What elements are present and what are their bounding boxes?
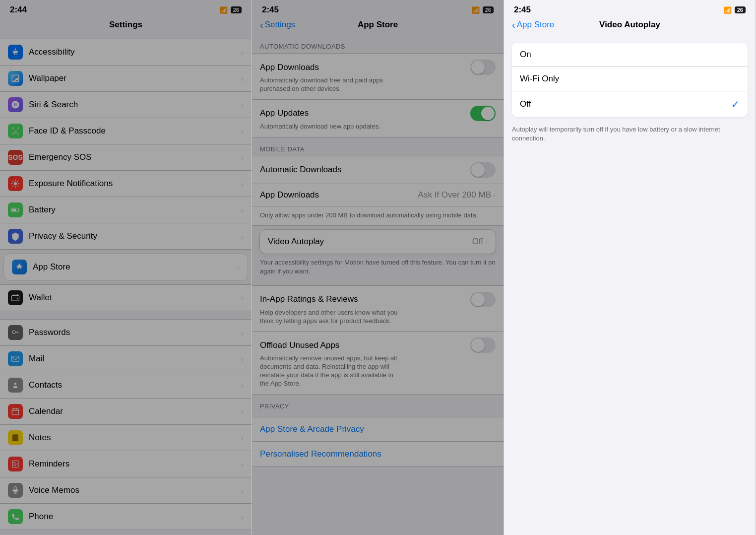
svg-point-7	[14, 182, 17, 185]
sidebar-item-wallpaper[interactable]: Wallpaper	[0, 66, 252, 92]
app-updates-sublabel: Automatically download new app updates.	[260, 123, 399, 131]
sidebar-item-battery[interactable]: Battery	[0, 197, 252, 223]
calendar-chevron	[241, 407, 244, 416]
sos-chevron	[241, 153, 244, 162]
svg-point-12	[12, 331, 15, 334]
contacts-label: Contacts	[29, 380, 241, 390]
svg-rect-9	[12, 209, 16, 211]
wallpaper-icon	[8, 71, 23, 86]
reminders-chevron	[241, 460, 244, 468]
wallpaper-label: Wallpaper	[29, 73, 241, 83]
sidebar-item-notes[interactable]: Notes	[0, 425, 252, 451]
autoplay-options-list: On Wi-Fi Only Off ✓	[512, 43, 748, 117]
exposure-icon	[8, 176, 23, 191]
back-label-3: App Store	[517, 20, 555, 30]
app-updates-row[interactable]: App Updates Automatically download new a…	[252, 100, 504, 137]
in-app-ratings-toggle[interactable]	[470, 292, 496, 307]
settings-scroll[interactable]: Accessibility Wallpaper Siri & Search	[0, 35, 252, 535]
autoplay-option-wifi[interactable]: Wi-Fi Only	[512, 67, 748, 91]
accessibility-icon	[8, 45, 23, 60]
battery-badge-1: 26	[231, 6, 242, 13]
sidebar-item-exposure[interactable]: Exposure Notifications	[0, 171, 252, 197]
settings-group-apps2: Passwords Mail Contacts	[0, 319, 252, 530]
sidebar-item-phone[interactable]: Phone	[0, 504, 252, 530]
appstore-scroll[interactable]: AUTOMATIC DOWNLOADS App Downloads Automa…	[252, 35, 504, 535]
mail-label: Mail	[29, 354, 241, 364]
video-autoplay-row[interactable]: Video Autoplay Off	[260, 230, 496, 254]
accessibility-chevron	[241, 48, 244, 57]
autoplay-option-off[interactable]: Off ✓	[512, 91, 748, 117]
sidebar-item-mail[interactable]: Mail	[0, 346, 252, 372]
page-title-1: Settings	[109, 20, 142, 30]
contacts-chevron	[241, 381, 244, 390]
siri-icon	[8, 97, 23, 112]
sidebar-item-voicememos[interactable]: Voice Memos	[0, 477, 252, 504]
app-downloads-mobile-row[interactable]: App Downloads Ask If Over 200 MB	[252, 184, 504, 206]
svg-rect-6	[17, 134, 19, 134]
sidebar-item-wallet[interactable]: Wallet	[0, 284, 252, 311]
wallet-icon	[8, 290, 23, 305]
sidebar-item-contacts[interactable]: Contacts	[0, 372, 252, 399]
in-app-ratings-label: In-App Ratings & Reviews	[260, 294, 358, 304]
auto-downloads-mobile-top: Automatic Downloads	[260, 162, 496, 178]
status-time-1: 2:44	[10, 5, 27, 15]
app-downloads-top: App Downloads	[260, 60, 496, 75]
auto-downloads-mobile-row[interactable]: Automatic Downloads	[252, 156, 504, 184]
video-autoplay-scroll[interactable]: On Wi-Fi Only Off ✓ Autoplay will tempor…	[504, 35, 756, 535]
back-button-3[interactable]: ‹ App Store	[512, 20, 554, 30]
sidebar-item-siri[interactable]: Siri & Search	[0, 92, 252, 118]
panel-settings: 2:44 📶 26 Settings Accessibility Wallpap…	[0, 0, 252, 535]
panel-video-autoplay: 2:45 📶 26 ‹ App Store Video Autoplay On …	[504, 0, 756, 535]
appstore-label: App Store	[33, 262, 237, 272]
app-downloads-row[interactable]: App Downloads Automatically download fre…	[252, 53, 504, 100]
in-app-ratings-knob	[471, 293, 485, 306]
offload-unused-row[interactable]: Offload Unused Apps Automatically remove…	[252, 332, 504, 395]
sos-icon: SOS	[8, 150, 23, 165]
sidebar-item-reminders[interactable]: Reminders	[0, 451, 252, 477]
sidebar-item-calendar[interactable]: Calendar	[0, 399, 252, 425]
personalised-row[interactable]: Personalised Recommendations	[252, 442, 504, 467]
status-icons-2: 📶 26	[472, 6, 494, 14]
phone-chevron	[241, 513, 244, 521]
sidebar-item-privacy[interactable]: Privacy & Security	[0, 223, 252, 250]
passwords-chevron	[241, 329, 244, 337]
privacy-header: PRIVACY	[252, 395, 504, 413]
mobile-note-text: Only allow apps under 200 MB to download…	[260, 211, 478, 219]
arcade-privacy-label: App Store & Arcade Privacy	[260, 424, 496, 434]
back-button-2[interactable]: ‹ Settings	[260, 20, 295, 30]
settings-group-apps: Wallet	[0, 284, 252, 311]
auto-downloads-mobile-label: Automatic Downloads	[260, 165, 341, 175]
voicememos-icon	[8, 483, 23, 498]
sidebar-item-faceid[interactable]: Face ID & Passcode	[0, 118, 252, 144]
sos-label: Emergency SOS	[29, 152, 241, 162]
auto-downloads-mobile-knob	[471, 163, 485, 177]
offload-unused-knob	[471, 338, 485, 352]
video-autoplay-value-container: Off	[472, 237, 488, 247]
status-bar-1: 2:44 📶 26	[0, 0, 252, 18]
app-updates-top: App Updates	[260, 106, 496, 121]
appstore-row-inner[interactable]: App Store	[4, 254, 248, 280]
app-updates-toggle[interactable]	[470, 106, 496, 121]
mobile-data-group: Automatic Downloads App Downloads Ask If…	[252, 156, 504, 226]
contacts-icon	[8, 378, 23, 393]
wallet-label: Wallet	[29, 293, 241, 303]
in-app-ratings-row[interactable]: In-App Ratings & Reviews Help developers…	[252, 285, 504, 332]
offload-unused-top: Offload Unused Apps	[260, 337, 496, 353]
in-app-ratings-sublabel: Help developers and other users know wha…	[260, 309, 399, 326]
sidebar-item-sos[interactable]: SOS Emergency SOS	[0, 144, 252, 171]
autoplay-option-on[interactable]: On	[512, 43, 748, 67]
arcade-privacy-row[interactable]: App Store & Arcade Privacy	[252, 417, 504, 442]
app-downloads-knob	[471, 61, 485, 74]
svg-rect-5	[12, 134, 14, 134]
personalised-label: Personalised Recommendations	[260, 449, 496, 459]
svg-rect-3	[12, 128, 14, 129]
app-downloads-toggle[interactable]	[470, 60, 496, 75]
offload-unused-toggle[interactable]	[470, 337, 496, 353]
svg-point-2	[13, 76, 14, 77]
app-downloads-mobile-value: Ask If Over 200 MB	[418, 190, 491, 200]
appstore-row-highlight[interactable]: App Store	[4, 254, 248, 280]
mail-icon	[8, 351, 23, 366]
auto-downloads-mobile-toggle[interactable]	[470, 162, 496, 178]
sidebar-item-passwords[interactable]: Passwords	[0, 319, 252, 346]
sidebar-item-accessibility[interactable]: Accessibility	[0, 39, 252, 66]
